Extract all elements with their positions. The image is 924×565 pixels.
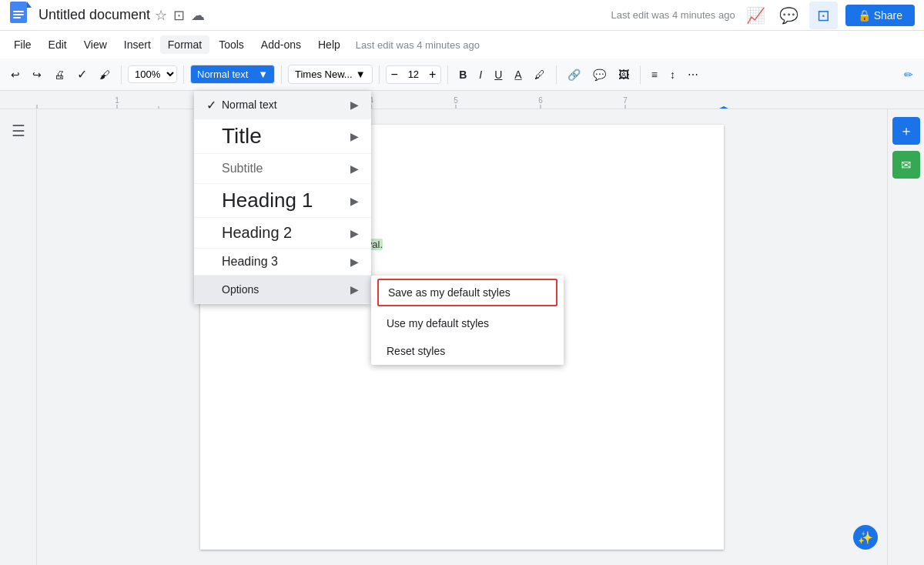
svg-rect-5 [0, 91, 924, 109]
menu-edit[interactable]: Edit [41, 35, 75, 54]
align-button[interactable]: ≡ [647, 66, 662, 83]
style-dropdown-menu: ✓ Normal text ▶ Title ▶ Subtitle ▶ Headi… [194, 91, 371, 304]
svg-text:1: 1 [115, 96, 119, 105]
menu-view[interactable]: View [76, 35, 115, 54]
left-panel: ☰ [0, 109, 37, 565]
dropdown-item-subtitle[interactable]: Subtitle ▶ [194, 154, 371, 184]
reset-styles-label: Reset styles [387, 345, 445, 357]
h1-arrow-icon: ▶ [350, 195, 359, 207]
line-spacing-button[interactable]: ↕ [665, 66, 680, 83]
save-default-label: Save as my default styles [388, 286, 511, 299]
top-right: Last edit was 4 minutes ago 📈 💬 ⊡ 🔒 Shar… [611, 2, 915, 29]
font-size-increase[interactable]: + [424, 66, 440, 83]
heading1-label: Heading 1 [222, 184, 350, 217]
outline-icon[interactable]: ☰ [7, 117, 30, 145]
spellcheck-button[interactable]: ✓ [72, 64, 92, 85]
link-button[interactable]: 🔗 [563, 66, 585, 83]
add-comment-button[interactable]: ＋ [892, 117, 920, 145]
font-label: Times New... [295, 69, 353, 80]
menu-file[interactable]: File [6, 35, 39, 54]
highlight-button[interactable]: 🖊 [530, 66, 550, 83]
print-button[interactable]: 🖨 [49, 65, 69, 84]
cloud-icon[interactable]: ☁ [191, 7, 205, 24]
subtitle-label: Subtitle [222, 154, 350, 183]
reset-styles-item[interactable]: Reset styles [371, 337, 564, 365]
italic-button[interactable]: I [474, 66, 487, 83]
doc-title[interactable]: Untitled document [38, 7, 150, 23]
suggest-button[interactable]: ✉ [892, 151, 920, 179]
svg-text:7: 7 [623, 96, 628, 105]
h3-arrow-icon: ▶ [350, 256, 359, 268]
options-arrow-icon: ▶ [350, 283, 359, 296]
separator-1 [121, 65, 122, 84]
heading3-label: Heading 3 [222, 249, 350, 275]
zoom-select[interactable]: 100% [128, 65, 177, 83]
check-icon: ✓ [206, 98, 222, 112]
use-default-label: Use my default styles [387, 317, 489, 329]
star-icon[interactable]: ☆ [155, 7, 167, 24]
title-icons: ☆ ⊡ ☁ [155, 7, 205, 24]
bold-button[interactable]: B [454, 66, 471, 83]
subtitle-arrow-icon: ▶ [350, 162, 359, 175]
text-color-button[interactable]: A [510, 66, 526, 83]
dropdown-item-h1[interactable]: Heading 1 ▶ [194, 184, 371, 218]
style-arrow: ▼ [258, 69, 268, 80]
svg-text:5: 5 [454, 96, 458, 105]
more-button[interactable]: ⋯ [683, 66, 703, 83]
font-size-area: − 12 + [386, 65, 442, 84]
normal-arrow-icon: ▶ [350, 99, 359, 111]
toolbar: ↩ ↪ 🖨 ✓ 🖌 100% Normal text ▼ Times New..… [0, 59, 924, 91]
chat-icon[interactable]: 💬 [776, 3, 802, 28]
last-edit-text: Last edit was 4 minutes ago [611, 9, 735, 21]
options-submenu: Save as my default styles Use my default… [371, 276, 564, 365]
doc-title-area: Untitled document ☆ ⊡ ☁ [38, 7, 611, 24]
dropdown-item-options[interactable]: Options ▶ Save as my default styles Use … [194, 276, 371, 304]
undo-button[interactable]: ↩ [6, 65, 25, 84]
lock-icon: 🔒 [858, 9, 871, 22]
save-default-item[interactable]: Save as my default styles [377, 279, 557, 306]
menu-help[interactable]: Help [310, 35, 348, 54]
svg-rect-3 [13, 14, 24, 15]
comment-button[interactable]: 💬 [588, 66, 611, 83]
style-label: Normal text [197, 69, 248, 80]
separator-5 [447, 65, 448, 84]
font-size-decrease[interactable]: − [387, 66, 403, 83]
trending-icon[interactable]: 📈 [743, 3, 768, 28]
paint-format-button[interactable]: 🖌 [95, 65, 115, 84]
separator-4 [379, 65, 380, 84]
svg-marker-1 [27, 2, 32, 8]
separator-2 [183, 65, 184, 84]
present-button[interactable]: ⊡ [809, 2, 838, 29]
underline-button[interactable]: U [490, 66, 507, 83]
font-dropdown[interactable]: Times New... ▼ [288, 65, 373, 84]
image-button[interactable]: 🖼 [614, 66, 634, 83]
menu-format[interactable]: Format [160, 35, 209, 54]
menu-tools[interactable]: Tools [211, 35, 252, 54]
menu-addons[interactable]: Add-ons [253, 35, 309, 54]
svg-rect-4 [13, 17, 21, 18]
svg-text:6: 6 [538, 96, 543, 105]
normal-text-label: Normal text [222, 91, 350, 119]
folder-icon[interactable]: ⊡ [173, 7, 185, 24]
svg-rect-2 [13, 11, 24, 12]
app-logo [9, 2, 32, 29]
dropdown-item-title[interactable]: Title ▶ [194, 119, 371, 154]
title-arrow-icon: ▶ [350, 130, 359, 142]
font-size-value[interactable]: 12 [403, 67, 424, 82]
share-button[interactable]: 🔒 Share [845, 5, 915, 26]
menu-insert[interactable]: Insert [116, 35, 159, 54]
dropdown-item-h3[interactable]: Heading 3 ▶ [194, 249, 371, 276]
last-edit-menu: Last edit was 4 minutes ago [356, 39, 480, 51]
redo-button[interactable]: ↪ [28, 65, 46, 84]
share-label: Share [874, 9, 902, 22]
use-default-item[interactable]: Use my default styles [371, 309, 564, 337]
options-label: Options [222, 276, 350, 303]
ruler: 1 2 3 4 5 6 7 [0, 91, 924, 109]
style-dropdown[interactable]: Normal text ▼ [190, 65, 275, 84]
pen-button[interactable]: ✏ [899, 66, 918, 83]
dropdown-item-normal[interactable]: ✓ Normal text ▶ [194, 91, 371, 119]
heading2-label: Heading 2 [222, 218, 350, 248]
dropdown-item-h2[interactable]: Heading 2 ▶ [194, 218, 371, 249]
font-arrow: ▼ [356, 69, 366, 80]
title-label: Title [222, 119, 350, 153]
